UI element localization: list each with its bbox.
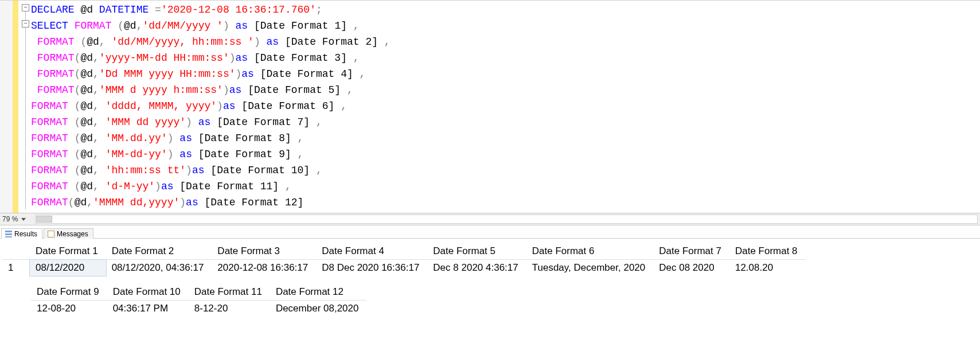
sql-editor[interactable]: − − DECLARE @d DATETIME ='2020-12-08 16:…	[0, 0, 980, 213]
code-token: )	[155, 181, 161, 192]
column-header[interactable]: Date Format 2	[106, 243, 212, 260]
code-token: 'dddd, MMMM, yyyy'	[106, 100, 217, 112]
cell[interactable]: 2020-12-08 16:36:17	[212, 260, 316, 276]
code-token: [Date Format 7]	[210, 116, 316, 128]
row-number[interactable]: 1	[2, 260, 30, 276]
code-token: 'Dd MMM yyyy HH:mm:ss'	[99, 68, 236, 80]
cell[interactable]: 12.08.20	[729, 260, 806, 276]
code-line[interactable]: FORMAT (@d, 'dddd, MMMM, yyyy')as [Date …	[31, 98, 980, 114]
code-line[interactable]: SELECT FORMAT (@d,'dd/MM/yyyy ') as [Dat…	[31, 18, 980, 34]
column-header[interactable]: Date Format 12	[270, 284, 367, 301]
fold-toggle-icon[interactable]: −	[22, 4, 29, 11]
results-grid-1-wrap[interactable]: Date Format 1 Date Format 2 Date Format …	[0, 239, 980, 279]
cell[interactable]: 04:36:17 PM	[107, 301, 189, 317]
cell[interactable]: 08/12/2020	[30, 260, 106, 276]
chevron-down-icon[interactable]	[21, 218, 26, 221]
code-token: ,	[316, 165, 322, 176]
fold-toggle-icon[interactable]: −	[22, 20, 29, 28]
results-grid-1[interactable]: Date Format 1 Date Format 2 Date Format …	[2, 243, 806, 276]
code-line[interactable]: FORMAT (@d, 'MMM dd yyyy') as [Date Form…	[31, 114, 980, 130]
code-token: @d	[80, 165, 93, 176]
code-token: [Date Format 9]	[192, 149, 298, 160]
code-token: FORMAT	[31, 116, 68, 128]
code-token: [Date Format 4]	[254, 68, 360, 80]
code-token: )	[167, 132, 174, 144]
fold-guide-line	[25, 9, 26, 209]
tab-results[interactable]: Results	[1, 228, 42, 239]
code-token: FORMAT	[31, 132, 68, 144]
code-token: )	[186, 116, 192, 128]
code-line[interactable]: FORMAT(@d,'MMM d yyyy h:mm:ss')as [Date …	[31, 82, 980, 98]
code-token: (	[68, 197, 75, 208]
code-token	[99, 132, 106, 144]
code-line[interactable]: FORMAT (@d, 'MM.dd.yy') as [Date Format …	[31, 130, 980, 146]
code-token: FORMAT	[37, 36, 75, 48]
code-line[interactable]: FORMAT(@d,'yyyy-MM-dd HH:mm:ss')as [Date…	[31, 50, 980, 66]
code-token: as	[223, 100, 236, 112]
code-line[interactable]: FORMAT (@d, 'hh:mm:ss tt')as [Date Forma…	[31, 162, 980, 178]
code-token: )	[223, 84, 229, 96]
code-line[interactable]: FORMAT (@d, 'd-M-yy')as [Date Format 11]…	[31, 178, 980, 194]
table-row[interactable]: 12-08-20 04:36:17 PM 8-12-20 December 08…	[31, 301, 366, 317]
code-token: as	[198, 116, 211, 128]
code-token: (	[75, 52, 81, 64]
code-token: @d	[80, 52, 93, 64]
code-token	[174, 149, 180, 160]
column-header[interactable]: Date Format 1	[30, 243, 106, 260]
code-token: ,	[87, 197, 93, 208]
editor-gutter: − −	[0, 1, 31, 213]
column-header[interactable]: Date Format 4	[316, 243, 427, 260]
code-line[interactable]: FORMAT (@d, 'dd/MM/yyyy, hh:mm:ss ') as …	[31, 34, 980, 50]
code-token: (	[80, 36, 87, 48]
results-grid-2-wrap[interactable]: Date Format 9 Date Format 10 Date Format…	[0, 279, 980, 320]
code-line[interactable]: DECLARE @d DATETIME ='2020-12-08 16:36:1…	[31, 2, 980, 18]
code-token	[31, 84, 37, 96]
code-line[interactable]: FORMAT (@d, 'MM-dd-yy') as [Date Format …	[31, 146, 980, 162]
column-header[interactable]: Date Format 11	[189, 284, 270, 301]
code-token	[68, 116, 75, 128]
code-token: 'dd/MM/yyyy, hh:mm:ss '	[111, 36, 253, 48]
cell[interactable]: D8 Dec 2020 16:36:17	[316, 260, 427, 276]
cell[interactable]: Tuesday, December, 2020	[526, 260, 654, 276]
code-token	[68, 132, 75, 144]
row-number-header	[2, 243, 30, 260]
code-token: ,	[93, 132, 99, 144]
code-token: 'd-M-yy'	[106, 181, 155, 192]
code-token: ,	[93, 165, 99, 176]
cell[interactable]: December 08,2020	[270, 301, 367, 317]
code-token	[99, 165, 106, 176]
column-header[interactable]: Date Format 8	[729, 243, 806, 260]
cell[interactable]: 08/12/2020, 04:36:17	[106, 260, 212, 276]
column-header[interactable]: Date Format 6	[526, 243, 654, 260]
column-header[interactable]: Date Format 7	[653, 243, 729, 260]
code-token: @d	[80, 181, 93, 192]
horizontal-scrollbar[interactable]	[35, 215, 978, 224]
code-line[interactable]: FORMAT(@d,'MMMM dd,yyyy')as [Date Format…	[31, 194, 980, 211]
code-token: as	[241, 68, 254, 80]
cell[interactable]: 8-12-20	[189, 301, 270, 317]
code-token: @d	[80, 68, 93, 80]
code-token: 'dd/MM/yyyy '	[142, 20, 222, 32]
code-token: [Date Format 6]	[236, 100, 341, 112]
code-token: @d	[80, 84, 93, 96]
results-grid-2[interactable]: Date Format 9 Date Format 10 Date Format…	[31, 284, 366, 317]
table-row[interactable]: 1 08/12/2020 08/12/2020, 04:36:17 2020-1…	[2, 260, 806, 276]
code-token: as	[192, 165, 205, 176]
code-token: (	[75, 132, 81, 144]
cell[interactable]: Dec 08 2020	[653, 260, 729, 276]
column-header[interactable]: Date Format 9	[31, 284, 107, 301]
code-token	[68, 165, 75, 176]
column-header[interactable]: Date Format 10	[107, 284, 189, 301]
code-token: FORMAT	[31, 181, 68, 192]
tab-messages[interactable]: Messages	[44, 228, 93, 239]
code-token: ,	[93, 181, 99, 192]
column-header[interactable]: Date Format 5	[427, 243, 526, 260]
code-token: (	[118, 20, 124, 32]
cell[interactable]: 12-08-20	[31, 301, 107, 317]
column-header[interactable]: Date Format 3	[212, 243, 316, 260]
cell[interactable]: Dec 8 2020 4:36:17	[427, 260, 526, 276]
zoom-level[interactable]: 79 %	[2, 215, 18, 223]
code-area[interactable]: DECLARE @d DATETIME ='2020-12-08 16:36:1…	[31, 1, 980, 213]
code-line[interactable]: FORMAT(@d,'Dd MMM yyyy HH:mm:ss')as [Dat…	[31, 66, 980, 82]
code-token: [Date Format 10]	[205, 165, 316, 176]
